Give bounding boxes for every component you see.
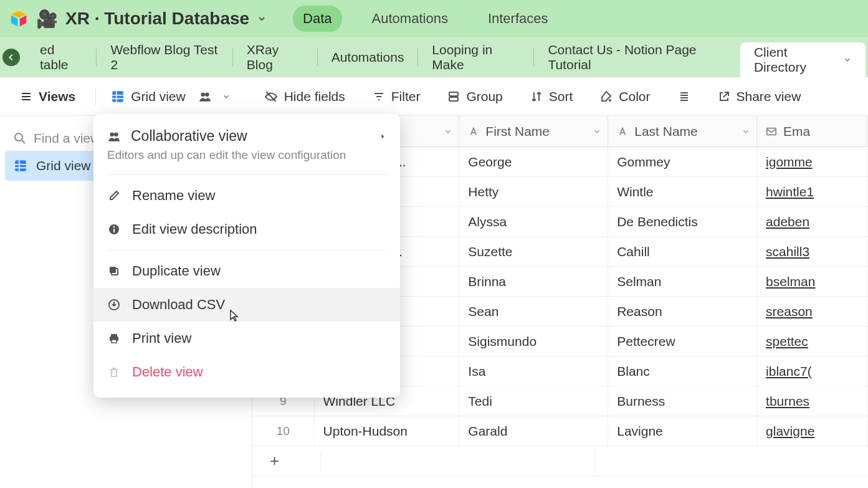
cell-first-name[interactable]: Isa	[459, 356, 608, 386]
dropdown-subtext: Editors and up can edit the view configu…	[93, 147, 400, 171]
nav-automations[interactable]: Automations	[362, 6, 458, 32]
cell-email[interactable]: hwintle1	[757, 177, 868, 206]
cell-email[interactable]: sreason	[757, 297, 868, 326]
base-title[interactable]: 🎥 XR · Tutorial Database	[36, 9, 267, 29]
cell-email[interactable]: adeben	[757, 207, 868, 236]
row-height-button[interactable]	[670, 87, 698, 107]
group-button[interactable]: Group	[440, 85, 510, 108]
gridview-label: Grid view	[131, 89, 186, 104]
row-number: 10	[252, 416, 315, 446]
table-tabs-bar: ed table Webflow Blog Test 2 XRay Blog A…	[0, 37, 868, 77]
menu-label: Duplicate view	[132, 263, 221, 279]
color-label: Color	[619, 89, 650, 104]
svg-rect-25	[110, 267, 116, 273]
row-height-icon	[678, 90, 690, 103]
cell-company[interactable]: Upton-Hudson	[315, 416, 460, 446]
sidebar-view-label: Grid view	[36, 158, 91, 173]
svg-point-20	[114, 132, 118, 136]
cell-last-name[interactable]: Selman	[608, 267, 757, 296]
table-row[interactable]: 10Upton-HudsonGaraldLavigneglavigne	[252, 416, 868, 446]
hide-fields-label: Hide fields	[284, 89, 345, 104]
chevron-down-icon[interactable]	[222, 92, 231, 101]
search-icon	[14, 132, 26, 145]
duplicate-icon	[107, 265, 121, 277]
tab-automations[interactable]: Automations	[318, 37, 418, 77]
cell-last-name[interactable]: Burness	[608, 386, 757, 416]
svg-rect-22	[113, 229, 115, 232]
cell-first-name[interactable]: Brinna	[459, 267, 608, 296]
chevron-down-icon[interactable]	[843, 55, 852, 64]
add-row-button[interactable]: +	[252, 451, 321, 471]
cell-first-name[interactable]: Sean	[459, 297, 608, 326]
nav-data[interactable]: Data	[293, 6, 341, 32]
back-button[interactable]	[2, 49, 20, 66]
chevron-down-icon[interactable]	[257, 14, 267, 24]
menu-icon	[20, 90, 32, 103]
cell-last-name[interactable]: Reason	[608, 297, 757, 326]
share-view-button[interactable]: Share view	[710, 85, 809, 108]
menu-duplicate-view[interactable]: Duplicate view	[93, 254, 400, 288]
group-label: Group	[466, 89, 502, 104]
cell-last-name[interactable]: Pettecrew	[608, 327, 757, 356]
chevron-down-icon[interactable]	[444, 127, 452, 136]
svg-rect-14	[15, 160, 26, 171]
cell-first-name[interactable]: George	[459, 147, 608, 176]
cell-first-name[interactable]: Garald	[459, 416, 608, 446]
cell-last-name[interactable]: Gommey	[608, 147, 757, 176]
tab-looping-make[interactable]: Looping in Make	[418, 37, 533, 77]
cell-last-name[interactable]: Wintle	[608, 177, 757, 206]
svg-point-7	[201, 92, 205, 97]
cell-first-name[interactable]: Alyssa	[459, 207, 608, 236]
menu-delete-view[interactable]: Delete view	[93, 355, 400, 389]
cell-first-name[interactable]: Tedi	[459, 386, 608, 416]
svg-rect-27	[111, 334, 117, 337]
cell-last-name[interactable]: Lavigne	[608, 416, 757, 446]
people-icon	[107, 129, 121, 144]
base-name-text: XR · Tutorial Database	[65, 9, 249, 29]
svg-line-13	[22, 140, 25, 143]
menu-download-csv[interactable]: Download CSV	[93, 288, 400, 322]
col-header-last-name[interactable]: Last Name	[608, 116, 757, 146]
filter-icon	[373, 90, 385, 103]
cell-email[interactable]: glavigne	[757, 416, 868, 446]
hide-fields-button[interactable]: Hide fields	[257, 85, 353, 108]
sort-button[interactable]: Sort	[523, 85, 581, 108]
share-label: Share view	[737, 89, 801, 104]
nav-interfaces[interactable]: Interfaces	[478, 6, 558, 32]
gridview-button[interactable]: Grid view	[103, 85, 238, 108]
col-header-email[interactable]: Ema	[757, 116, 868, 146]
menu-print-view[interactable]: Print view	[93, 322, 400, 355]
menu-label: Edit view description	[132, 221, 257, 237]
cell-last-name[interactable]: De Benedictis	[608, 207, 757, 236]
cell-last-name[interactable]: Cahill	[608, 237, 757, 266]
tab-xray-blog[interactable]: XRay Blog	[233, 37, 317, 77]
svg-point-8	[205, 92, 209, 97]
tab-ed-table[interactable]: ed table	[26, 37, 96, 77]
menu-edit-description[interactable]: Edit view description	[93, 213, 400, 246]
cell-first-name[interactable]: Hetty	[459, 177, 608, 206]
cell-first-name[interactable]: Suzette	[459, 237, 608, 266]
chevron-down-icon[interactable]	[593, 127, 601, 136]
views-button[interactable]: Views	[12, 85, 83, 108]
cell-email[interactable]: bselman	[757, 267, 868, 296]
cell-first-name[interactable]: Sigismundo	[459, 327, 608, 356]
share-icon	[718, 90, 730, 103]
tab-contact-notion[interactable]: Contact Us - Notion Page Tutorial	[534, 37, 740, 77]
menu-label: Delete view	[132, 364, 203, 380]
search-placeholder: Find a view	[34, 131, 100, 146]
cell-email[interactable]: tburnes	[757, 386, 868, 416]
dropdown-header[interactable]: Collaborative view	[93, 123, 400, 147]
cell-email[interactable]: spettec	[757, 327, 868, 356]
color-button[interactable]: Color	[593, 85, 657, 108]
filter-button[interactable]: Filter	[365, 85, 428, 108]
col-header-first-name[interactable]: First Name	[459, 116, 608, 146]
tab-client-directory[interactable]: Client Directory	[740, 42, 866, 77]
menu-rename-view[interactable]: Rename view	[93, 179, 400, 213]
cell-last-name[interactable]: Blanc	[608, 356, 757, 386]
chevron-down-icon[interactable]	[742, 127, 750, 136]
cell-email[interactable]: igomme	[757, 147, 868, 176]
cell-email[interactable]: scahill3	[757, 237, 868, 266]
tab-webflow-blog[interactable]: Webflow Blog Test 2	[97, 37, 232, 77]
divider	[107, 250, 386, 251]
cell-email[interactable]: iblanc7(	[757, 356, 868, 386]
